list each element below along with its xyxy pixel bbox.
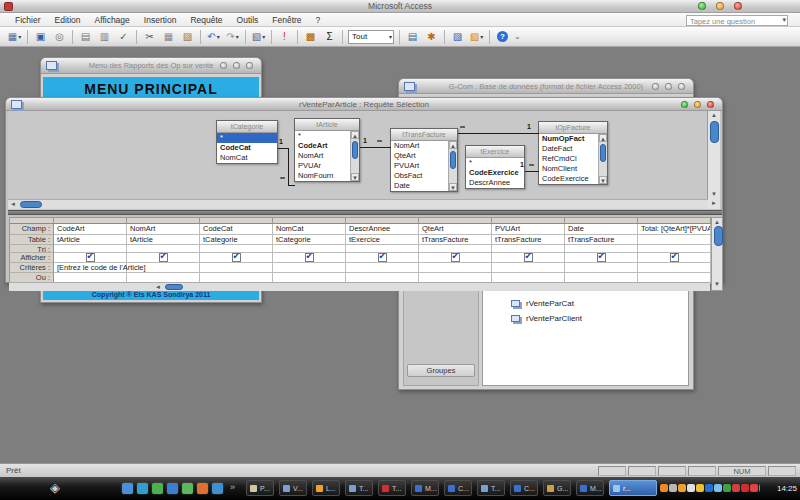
- audio-icon[interactable]: [732, 484, 740, 492]
- properties-button[interactable]: ▤: [404, 29, 421, 45]
- table-cell[interactable]: tExercice: [346, 235, 419, 245]
- note-icon[interactable]: [687, 484, 695, 492]
- field-cell[interactable]: DescrAnnee: [346, 224, 419, 235]
- field-list-header[interactable]: tCategorie: [217, 121, 277, 133]
- field-row[interactable]: NomArt: [295, 151, 350, 161]
- maximize-button[interactable]: [233, 62, 240, 69]
- menu-item-fentre[interactable]: Fenêtre: [265, 15, 308, 25]
- toolbar-options-icon[interactable]: ⌄: [514, 32, 521, 41]
- scroll-up-icon[interactable]: ▲: [708, 111, 720, 120]
- show-checkbox[interactable]: ✔: [378, 253, 387, 262]
- maximize-button[interactable]: [694, 101, 701, 108]
- list-item[interactable]: rVenteParClient: [483, 311, 688, 326]
- scroll-up-icon[interactable]: ▲: [449, 141, 457, 149]
- totals-button[interactable]: Σ: [321, 29, 338, 45]
- menu-item-fichier[interactable]: Fichier: [8, 15, 48, 25]
- vlc-cone-icon[interactable]: [660, 484, 668, 492]
- table-cell[interactable]: tTransFacture: [419, 235, 492, 245]
- field-cell[interactable]: PVUArt: [492, 224, 565, 235]
- field-list-scrollbar[interactable]: ▲▼: [598, 134, 607, 184]
- show-checkbox[interactable]: ✔: [232, 253, 241, 262]
- close-button[interactable]: [734, 2, 742, 10]
- print-preview-button[interactable]: ▥: [96, 29, 113, 45]
- field-row[interactable]: CodeArt: [295, 141, 350, 151]
- minimize-button[interactable]: [681, 101, 688, 108]
- field-list-header[interactable]: tOpFacture: [539, 122, 607, 134]
- close-button[interactable]: [707, 101, 714, 108]
- table-pane-hscrollbar[interactable]: ◄: [8, 199, 708, 209]
- field-row[interactable]: NomArt: [391, 141, 448, 151]
- network-tray-icon[interactable]: [723, 484, 731, 492]
- field-cell[interactable]: QteArt: [419, 224, 492, 235]
- show-checkbox[interactable]: ✔: [451, 253, 460, 262]
- field-list-scrollbar[interactable]: ▲▼: [350, 131, 359, 181]
- help-button[interactable]: ?: [494, 29, 511, 45]
- show-table-button[interactable]: ▩: [302, 29, 319, 45]
- sort-cell[interactable]: [492, 245, 565, 253]
- task-button[interactable]: G...: [543, 480, 571, 496]
- menu-item-affichage[interactable]: Affichage: [88, 15, 137, 25]
- table-cell[interactable]: tCategorie: [200, 235, 273, 245]
- browser-tray-icon[interactable]: [696, 484, 704, 492]
- task-button[interactable]: M...: [411, 480, 439, 496]
- field-cell[interactable]: CodeCat: [200, 224, 273, 235]
- print-button[interactable]: ▤: [77, 29, 94, 45]
- browser-icon[interactable]: [137, 483, 148, 494]
- scroll-left-icon[interactable]: ◄: [155, 283, 161, 292]
- field-row[interactable]: DescrAnnee: [466, 178, 524, 188]
- new-object-button[interactable]: ▧▾: [468, 29, 485, 45]
- menu-item-help[interactable]: ?: [309, 15, 328, 25]
- criteria-cell[interactable]: [419, 263, 492, 273]
- sort-cell[interactable]: [346, 245, 419, 253]
- shield-icon[interactable]: [741, 484, 749, 492]
- field-row[interactable]: NomClient: [539, 164, 598, 174]
- field-row[interactable]: ObsFact: [391, 171, 448, 181]
- show-cell[interactable]: ✔: [638, 253, 711, 263]
- field-cell[interactable]: Total: [QteArt]*[PVUA: [638, 224, 711, 235]
- show-cell[interactable]: ✔: [273, 253, 346, 263]
- field-row[interactable]: CodeCat: [217, 143, 277, 153]
- chevron-down-icon[interactable]: ▾: [389, 33, 392, 40]
- field-row[interactable]: NomFourn: [295, 171, 350, 181]
- scroll-down-icon[interactable]: ▼: [599, 176, 607, 184]
- scrollbar-thumb[interactable]: [20, 201, 42, 208]
- database-window-titlebar[interactable]: G-Com : Base de données (format de fichi…: [399, 79, 693, 94]
- field-list-header[interactable]: tTransFacture: [391, 129, 457, 141]
- close-button[interactable]: [246, 62, 253, 69]
- cut-button[interactable]: ✂: [141, 29, 158, 45]
- photo-app-icon[interactable]: [197, 483, 208, 494]
- dome-icon[interactable]: [678, 484, 686, 492]
- task-button[interactable]: C...: [444, 480, 472, 496]
- groups-button[interactable]: Groupes: [407, 364, 475, 377]
- show-checkbox[interactable]: ✔: [524, 253, 533, 262]
- show-checkbox[interactable]: ✔: [159, 253, 168, 262]
- field-row[interactable]: *: [295, 131, 350, 141]
- query-top-values-combo[interactable]: Tout▾: [348, 30, 394, 44]
- criteria-cell[interactable]: [273, 263, 346, 273]
- criteria-cell[interactable]: [346, 263, 419, 273]
- scroll-left-icon[interactable]: ◄: [10, 200, 16, 209]
- scroll-up-icon[interactable]: ▲: [351, 131, 359, 139]
- scrollbar-thumb[interactable]: [710, 121, 719, 143]
- scrollbar-thumb[interactable]: [352, 141, 358, 159]
- undo-button[interactable]: ↶▾: [205, 29, 222, 45]
- menu-item-outils[interactable]: Outils: [230, 15, 266, 25]
- field-row[interactable]: PVUArt: [391, 161, 448, 171]
- query-window-titlebar[interactable]: rVenteParArticle : Requête Sélection: [6, 98, 722, 111]
- sort-cell[interactable]: [419, 245, 492, 253]
- table-cell[interactable]: tTransFacture: [492, 235, 565, 245]
- list-item[interactable]: rVenteParCat: [483, 296, 688, 311]
- show-cell[interactable]: ✔: [419, 253, 492, 263]
- field-row[interactable]: PVUAr: [295, 161, 350, 171]
- minimize-button[interactable]: [220, 62, 227, 69]
- scroll-right-icon[interactable]: ►: [708, 199, 720, 208]
- query-type-button[interactable]: ▧▾: [250, 29, 267, 45]
- show-cell[interactable]: ✔: [346, 253, 419, 263]
- download-icon[interactable]: [705, 484, 713, 492]
- stats-icon[interactable]: [750, 484, 758, 492]
- scroll-down-icon[interactable]: ▼: [712, 280, 722, 289]
- task-button[interactable]: C...: [510, 480, 538, 496]
- firefox-icon[interactable]: [759, 484, 760, 492]
- ask-question-box[interactable]: Tapez une question▾: [686, 15, 788, 26]
- grid-vscrollbar[interactable]: ▲ ▼: [711, 217, 723, 291]
